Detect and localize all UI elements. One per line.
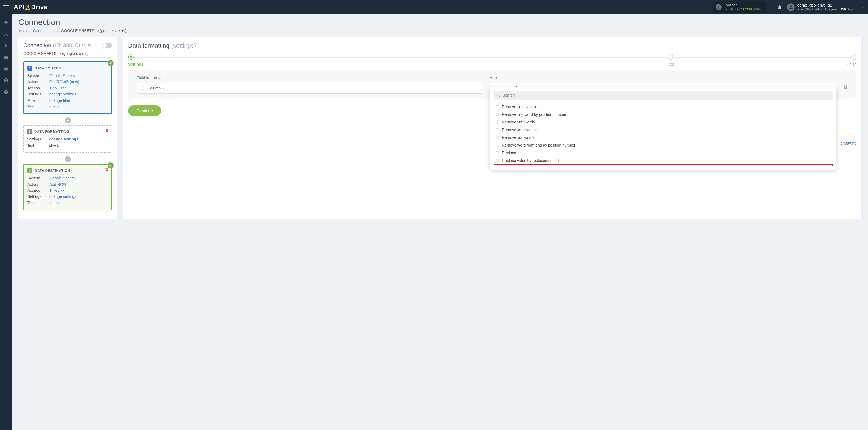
sidebar-billing-icon[interactable] (0, 40, 12, 52)
add-stage-button[interactable]: + (65, 118, 71, 123)
source-action[interactable]: Get ROWS (new) (50, 79, 79, 85)
dropdown-option-label: Remove word from end by position number (502, 143, 576, 147)
stage-number: 3 (27, 168, 32, 173)
sidebar-home-icon[interactable] (0, 17, 12, 29)
search-input[interactable] (502, 93, 830, 97)
dropdown-option-label: Replace value by replacement list (502, 158, 559, 163)
dropdown-option[interactable]: Round the column (494, 164, 833, 166)
user-menu[interactable]: demo_apix-drive_s2 Plan |Start| left unt… (787, 3, 854, 11)
format-settings[interactable]: change settings (49, 136, 79, 142)
actions-of: of (737, 7, 740, 11)
menu-toggle[interactable] (3, 4, 10, 10)
dropdown-search[interactable] (494, 91, 833, 100)
actions-pct: (50%) (753, 7, 762, 11)
step-dot[interactable] (668, 54, 673, 60)
dropdown-option[interactable]: Remove first symbols (494, 103, 833, 111)
stage-data-formatting[interactable]: 2DATA FORMATTING Settingschange settings… (23, 125, 112, 153)
radio-icon (141, 87, 144, 90)
dropdown-option[interactable]: Remove word from end by position number (494, 141, 833, 149)
format-test: check (49, 143, 59, 149)
action-label: Action (490, 75, 836, 80)
copy-icon[interactable] (82, 43, 86, 48)
dest-settings[interactable]: change settings (50, 193, 76, 199)
stage-number: 2 (27, 129, 32, 134)
sidebar-briefcase-icon[interactable] (0, 52, 12, 63)
logo[interactable]: API X Drive (14, 4, 48, 11)
dropdown-option-label: Remove first words (502, 120, 535, 124)
formatting-title-sub: (settings) (171, 42, 196, 49)
connection-title: Connection (23, 42, 51, 49)
svg-point-6 (5, 79, 7, 81)
actions-counter[interactable]: i Actions: 25'161 of 50'000 (50%) (713, 1, 766, 13)
dropdown-option-label: Remove first word by position number (502, 112, 566, 117)
stage-data-destination[interactable]: 3DATA DESTINATION SystemGoogle Sheets Ac… (23, 164, 112, 211)
dropdown-option-label: Replace (502, 151, 516, 155)
connection-toggle[interactable] (102, 43, 112, 48)
stage-title: DATA FORMATTING (34, 129, 69, 134)
dest-system[interactable]: Google Sheets (50, 175, 75, 181)
info-icon: i (716, 4, 722, 10)
radio-icon (496, 105, 499, 109)
actions-used: 25'161 (725, 7, 736, 11)
svg-point-10 (497, 94, 499, 96)
svg-rect-9 (83, 45, 85, 47)
radio-icon (496, 113, 499, 116)
dest-test[interactable]: check (50, 200, 60, 206)
connection-panel: Connection (ID: 38910) GOOGLE SHEETS -> … (19, 37, 117, 219)
user-plan: Plan |Start| left until payment 359 days (798, 7, 854, 11)
sidebar-help-icon[interactable]: ? (0, 86, 12, 98)
radio-icon (496, 128, 499, 131)
dropdown-option[interactable]: Remove last words (494, 134, 833, 141)
page-title: Connection (19, 18, 861, 27)
connection-subname: GOOGLE SHEETS -> (google sheets) (23, 51, 112, 58)
dropdown-option-label: Remove last words (502, 135, 534, 140)
delete-icon[interactable] (105, 128, 109, 132)
dropdown-option-label: Remove first symbols (502, 104, 539, 109)
source-test[interactable]: check (50, 103, 60, 110)
dropdown-option-label: Remove last symbols (502, 128, 538, 132)
sidebar-video-icon[interactable] (0, 63, 12, 74)
dropdown-option[interactable]: Remove first words (494, 118, 833, 126)
source-settings[interactable]: change settings (50, 91, 76, 97)
connection-id: (ID: 38910) (53, 42, 80, 49)
add-formatting-link[interactable]: ormatting (841, 141, 857, 146)
svg-text:?: ? (5, 90, 7, 94)
field-label: Field for formatting (137, 75, 483, 80)
chevron-down-icon[interactable] (861, 5, 865, 9)
formatting-title: Data formatting (128, 42, 169, 49)
dest-action[interactable]: Add ROW (50, 181, 67, 187)
add-stage-button[interactable]: + (65, 156, 71, 162)
sidebar-profile-icon[interactable] (0, 74, 12, 86)
dest-access[interactable]: Tina User (50, 187, 66, 193)
notifications-icon[interactable] (777, 5, 782, 10)
radio-icon (496, 120, 499, 124)
dropdown-option[interactable]: Remove first word by position number (494, 111, 833, 118)
check-badge-icon (107, 60, 114, 66)
dropdown-option[interactable]: Remove last symbols (494, 126, 833, 134)
svg-point-1 (5, 32, 6, 33)
continue-button[interactable]: Continue (128, 105, 161, 116)
source-system[interactable]: Google Sheets (50, 73, 75, 79)
radio-icon (496, 151, 499, 154)
user-name: demo_apix-drive_s2 (798, 3, 854, 7)
step-dot[interactable] (851, 54, 857, 60)
sidebar-connections-icon[interactable] (0, 29, 12, 40)
step-label: Settings (128, 62, 143, 66)
dropdown-option[interactable]: Replace value by replacement list (494, 157, 833, 164)
field-select[interactable]: Column G (137, 83, 483, 94)
step-dot[interactable] (128, 54, 134, 60)
breadcrumb-main[interactable]: Main (19, 29, 27, 33)
breadcrumb-connections[interactable]: Connections (33, 29, 55, 33)
source-access[interactable]: Tina User (50, 85, 66, 91)
dropdown-option[interactable]: Replace (494, 149, 833, 157)
source-filter[interactable]: change filter (50, 97, 70, 103)
chevron-down-icon (475, 86, 479, 90)
stage-data-source[interactable]: 1DATA SOURCE SystemGoogle Sheets ActionG… (23, 61, 112, 114)
step-label: Test (667, 62, 674, 66)
gear-icon[interactable] (87, 43, 91, 48)
breadcrumb: Main / Connections / GOOGLE SHEETS -> (g… (19, 29, 861, 33)
logo-x: X (25, 4, 31, 10)
remove-row-button[interactable] (843, 75, 848, 89)
radio-icon (496, 144, 499, 147)
delete-icon[interactable] (105, 167, 109, 171)
